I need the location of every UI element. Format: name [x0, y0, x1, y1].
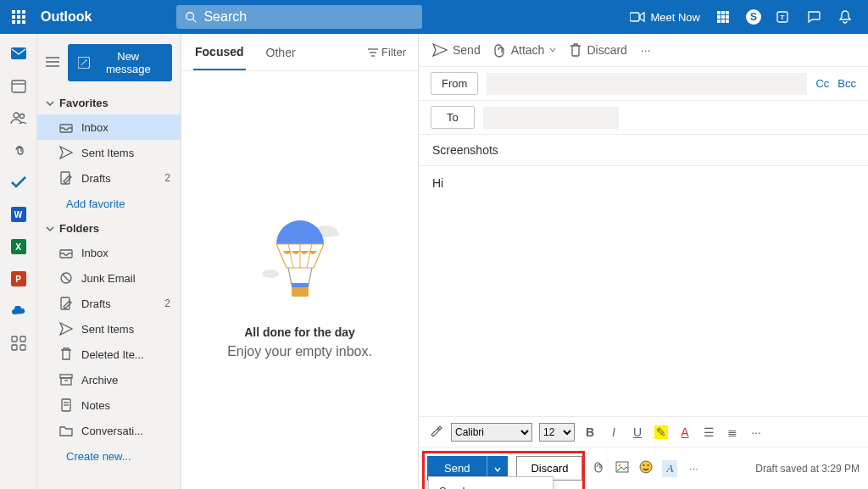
trash-icon: [59, 347, 73, 361]
bullets-button[interactable]: ☰: [700, 425, 717, 439]
collapse-sidebar-icon[interactable]: [46, 56, 59, 70]
sidebar-item-deleted-ite-[interactable]: Deleted Ite...: [37, 342, 181, 367]
underline-button[interactable]: U: [629, 425, 646, 439]
svg-rect-5: [11, 47, 26, 59]
sidebar-item-inbox[interactable]: Inbox: [37, 114, 181, 140]
create-new-link[interactable]: Create new...: [37, 443, 181, 470]
calendar-module-icon[interactable]: [9, 76, 28, 95]
attach-bottom-icon[interactable]: [591, 460, 606, 476]
format-toggle-icon[interactable]: A: [662, 460, 677, 477]
add-favorite-link[interactable]: Add favorite: [37, 191, 181, 217]
more-format-button[interactable]: ···: [748, 425, 765, 439]
sidebar-item-label: Sent Items: [81, 323, 134, 336]
sidebar-item-junk-email[interactable]: Junk Email: [37, 265, 181, 291]
svg-point-8: [14, 113, 19, 118]
sidebar-item-drafts[interactable]: Drafts2: [37, 165, 181, 191]
sidebar-item-drafts[interactable]: Drafts2: [37, 291, 181, 316]
mail-module-icon[interactable]: [9, 44, 28, 63]
svg-point-46: [619, 464, 621, 467]
image-bottom-icon[interactable]: [615, 461, 630, 475]
sidebar-item-notes[interactable]: Notes: [37, 392, 181, 418]
svg-point-0: [186, 13, 194, 20]
from-field-row: From CcBcc: [419, 67, 868, 101]
sidebar-item-sent-items[interactable]: Sent Items: [37, 140, 181, 165]
sidebar-item-label: Notes: [81, 399, 110, 412]
from-input[interactable]: [487, 73, 807, 95]
meet-now-button[interactable]: Meet Now: [630, 11, 700, 24]
italic-button[interactable]: I: [605, 425, 622, 439]
cc-link[interactable]: Cc: [815, 77, 829, 90]
toolbar-more-button[interactable]: ···: [641, 43, 651, 57]
teams-icon[interactable]: T: [776, 9, 792, 25]
empty-subtitle: Enjoy your empty inbox.: [227, 344, 372, 359]
svg-rect-25: [61, 378, 71, 385]
sidebar-item-label: Sent Items: [81, 147, 134, 159]
svg-point-48: [643, 464, 645, 466]
compose-bottom-bar: Send Discard A ··· Draft saved at 3:29 P…: [419, 447, 868, 489]
onedrive-app-icon[interactable]: [9, 302, 28, 320]
send-now-item[interactable]: Send: [429, 477, 553, 489]
todo-module-icon[interactable]: [9, 173, 28, 192]
format-painter-icon[interactable]: [427, 424, 444, 440]
powerpoint-app-icon[interactable]: P: [9, 270, 28, 288]
chevron-down-icon: [494, 467, 501, 472]
sidebar-item-archive[interactable]: Archive: [37, 367, 181, 392]
sent-icon: [59, 146, 73, 159]
people-module-icon[interactable]: [9, 108, 28, 127]
notes-icon: [59, 398, 73, 412]
archive-icon: [59, 373, 73, 386]
drafts-icon: [59, 171, 73, 185]
tab-other[interactable]: Other: [264, 36, 298, 69]
chevron-down-icon: [46, 99, 54, 108]
sidebar-item-label: Junk Email: [81, 272, 136, 285]
highlight-button[interactable]: ✎: [653, 425, 670, 439]
bcc-link[interactable]: Bcc: [837, 77, 856, 90]
inbox-icon: [59, 120, 73, 134]
subject-input[interactable]: [419, 135, 868, 166]
toolbar-discard-button[interactable]: Discard: [570, 43, 626, 57]
body-editor[interactable]: Hi: [419, 166, 868, 416]
svg-rect-6: [12, 81, 25, 92]
format-bar: Calibri 12 B I U ✎ A ☰ ≣ ···: [419, 416, 868, 447]
folders-section[interactable]: Folders: [37, 217, 181, 240]
to-button[interactable]: To: [431, 106, 475, 129]
files-module-icon[interactable]: [9, 141, 28, 159]
svg-rect-12: [12, 345, 17, 350]
font-size-select[interactable]: 12: [539, 423, 575, 442]
svg-line-22: [63, 275, 70, 281]
filter-button[interactable]: Filter: [368, 46, 406, 58]
compose-pane: Send Attach Discard ··· From CcBcc To Hi…: [419, 34, 868, 489]
more-apps-icon[interactable]: [9, 334, 28, 353]
chat-icon[interactable]: [807, 9, 822, 25]
module-rail: W X P: [0, 34, 37, 489]
compose-icon: [78, 57, 90, 69]
sidebar-item-label: Inbox: [81, 121, 108, 134]
favorites-section[interactable]: Favorites: [37, 92, 181, 114]
bell-icon[interactable]: [837, 9, 853, 25]
emoji-bottom-icon[interactable]: [638, 460, 654, 476]
app-header: Outlook Search Meet Now S T: [0, 0, 868, 34]
toolbar-attach-button[interactable]: Attach: [494, 42, 557, 58]
bold-button[interactable]: B: [581, 425, 598, 439]
to-input[interactable]: [483, 107, 619, 129]
font-color-button[interactable]: A: [676, 425, 693, 439]
more-bottom-icon[interactable]: ···: [686, 462, 701, 475]
from-button[interactable]: From: [431, 72, 478, 95]
search-input[interactable]: Search: [176, 5, 422, 29]
sidebar-item-conversati-[interactable]: Conversati...: [37, 418, 181, 443]
word-app-icon[interactable]: W: [9, 205, 28, 224]
excel-app-icon[interactable]: X: [9, 237, 28, 256]
skype-icon[interactable]: S: [746, 9, 761, 25]
app-launcher[interactable]: [0, 10, 37, 24]
numbering-button[interactable]: ≣: [724, 425, 741, 439]
apps-icon[interactable]: [715, 9, 731, 25]
message-list-pane: Focused Other Filter All done for the da…: [181, 34, 419, 489]
toolbar-send-button[interactable]: Send: [432, 43, 481, 57]
tab-focused[interactable]: Focused: [193, 35, 246, 70]
sidebar-item-inbox[interactable]: Inbox: [37, 240, 181, 265]
search-placeholder: Search: [203, 9, 247, 25]
item-count: 2: [164, 297, 170, 309]
new-message-button[interactable]: New message: [68, 44, 172, 81]
sidebar-item-sent-items[interactable]: Sent Items: [37, 316, 181, 342]
font-name-select[interactable]: Calibri: [451, 423, 532, 442]
